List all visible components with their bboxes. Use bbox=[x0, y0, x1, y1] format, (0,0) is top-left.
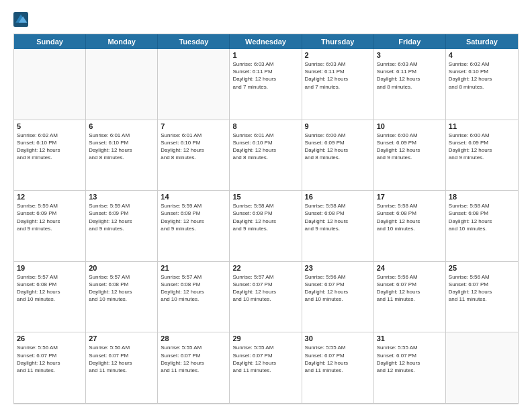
cell-date: 21 bbox=[161, 264, 226, 272]
cell-info: Sunrise: 5:55 AM Sunset: 6:07 PM Dayligh… bbox=[161, 344, 226, 374]
calendar-cell: 21Sunrise: 5:57 AM Sunset: 6:08 PM Dayli… bbox=[158, 262, 230, 333]
cell-info: Sunrise: 5:55 AM Sunset: 6:07 PM Dayligh… bbox=[377, 344, 443, 374]
calendar-cell: 2Sunrise: 6:03 AM Sunset: 6:11 PM Daylig… bbox=[302, 49, 374, 120]
cell-info: Sunrise: 5:58 AM Sunset: 6:08 PM Dayligh… bbox=[305, 202, 371, 232]
cell-info: Sunrise: 5:56 AM Sunset: 6:07 PM Dayligh… bbox=[377, 273, 443, 304]
calendar-grid: 1Sunrise: 6:03 AM Sunset: 6:11 PM Daylig… bbox=[14, 49, 518, 404]
cell-date: 6 bbox=[89, 122, 154, 130]
cell-date: 7 bbox=[161, 122, 226, 130]
cell-date: 24 bbox=[377, 264, 443, 272]
cell-date: 19 bbox=[17, 264, 83, 272]
cell-date: 31 bbox=[377, 334, 443, 342]
calendar-cell: 22Sunrise: 5:57 AM Sunset: 6:07 PM Dayli… bbox=[230, 262, 302, 333]
cell-info: Sunrise: 5:56 AM Sunset: 6:07 PM Dayligh… bbox=[89, 344, 154, 374]
calendar-cell: 4Sunrise: 6:02 AM Sunset: 6:10 PM Daylig… bbox=[446, 49, 518, 120]
cell-date: 22 bbox=[232, 264, 298, 272]
cell-info: Sunrise: 6:01 AM Sunset: 6:10 PM Dayligh… bbox=[232, 132, 298, 162]
cell-date: 29 bbox=[232, 334, 298, 342]
calendar-cell: 20Sunrise: 5:57 AM Sunset: 6:08 PM Dayli… bbox=[86, 262, 158, 333]
cell-date: 2 bbox=[305, 51, 371, 59]
calendar-cell: 7Sunrise: 6:01 AM Sunset: 6:10 PM Daylig… bbox=[158, 120, 230, 191]
cell-date: 15 bbox=[232, 193, 298, 201]
calendar-cell bbox=[14, 49, 86, 120]
calendar-cell bbox=[446, 332, 518, 404]
calendar-cell: 10Sunrise: 6:00 AM Sunset: 6:09 PM Dayli… bbox=[374, 120, 446, 191]
calendar-cell: 3Sunrise: 6:03 AM Sunset: 6:11 PM Daylig… bbox=[374, 49, 446, 120]
cell-date: 12 bbox=[17, 193, 83, 201]
cell-date: 16 bbox=[305, 193, 371, 201]
day-header-wednesday: Wednesday bbox=[230, 34, 302, 49]
cell-info: Sunrise: 6:03 AM Sunset: 6:11 PM Dayligh… bbox=[377, 60, 443, 91]
cell-info: Sunrise: 6:00 AM Sunset: 6:09 PM Dayligh… bbox=[305, 132, 371, 162]
cell-info: Sunrise: 5:59 AM Sunset: 6:09 PM Dayligh… bbox=[89, 202, 154, 232]
calendar-cell: 27Sunrise: 5:56 AM Sunset: 6:07 PM Dayli… bbox=[86, 332, 158, 404]
calendar-cell: 6Sunrise: 6:01 AM Sunset: 6:10 PM Daylig… bbox=[86, 120, 158, 191]
calendar-cell bbox=[158, 49, 230, 120]
cell-info: Sunrise: 5:56 AM Sunset: 6:07 PM Dayligh… bbox=[305, 273, 371, 304]
cell-info: Sunrise: 6:02 AM Sunset: 6:10 PM Dayligh… bbox=[449, 60, 515, 91]
cell-info: Sunrise: 5:56 AM Sunset: 6:07 PM Dayligh… bbox=[17, 344, 83, 374]
cell-info: Sunrise: 5:57 AM Sunset: 6:08 PM Dayligh… bbox=[17, 273, 83, 304]
cell-date: 5 bbox=[17, 122, 83, 130]
cell-info: Sunrise: 6:00 AM Sunset: 6:09 PM Dayligh… bbox=[449, 132, 515, 162]
cell-info: Sunrise: 5:58 AM Sunset: 6:08 PM Dayligh… bbox=[232, 202, 298, 232]
day-header-thursday: Thursday bbox=[302, 34, 374, 49]
cell-date: 8 bbox=[232, 122, 298, 130]
cell-info: Sunrise: 5:57 AM Sunset: 6:08 PM Dayligh… bbox=[89, 273, 154, 304]
cell-date: 13 bbox=[89, 193, 154, 201]
cell-info: Sunrise: 5:58 AM Sunset: 6:08 PM Dayligh… bbox=[449, 202, 515, 232]
calendar-cell: 18Sunrise: 5:58 AM Sunset: 6:08 PM Dayli… bbox=[446, 191, 518, 262]
calendar-cell: 23Sunrise: 5:56 AM Sunset: 6:07 PM Dayli… bbox=[302, 262, 374, 333]
cell-date: 30 bbox=[305, 334, 371, 342]
cell-date: 3 bbox=[377, 51, 443, 59]
cell-date: 1 bbox=[232, 51, 298, 59]
cell-info: Sunrise: 5:59 AM Sunset: 6:09 PM Dayligh… bbox=[17, 202, 83, 232]
calendar-cell: 31Sunrise: 5:55 AM Sunset: 6:07 PM Dayli… bbox=[374, 332, 446, 404]
calendar-cell: 30Sunrise: 5:55 AM Sunset: 6:07 PM Dayli… bbox=[302, 332, 374, 404]
cell-date: 25 bbox=[449, 264, 515, 272]
day-header-tuesday: Tuesday bbox=[158, 34, 230, 49]
calendar-cell: 29Sunrise: 5:55 AM Sunset: 6:07 PM Dayli… bbox=[230, 332, 302, 404]
calendar-cell: 16Sunrise: 5:58 AM Sunset: 6:08 PM Dayli… bbox=[302, 191, 374, 262]
logo-icon bbox=[13, 12, 28, 27]
calendar-cell: 25Sunrise: 5:56 AM Sunset: 6:07 PM Dayli… bbox=[446, 262, 518, 333]
calendar-cell: 14Sunrise: 5:59 AM Sunset: 6:08 PM Dayli… bbox=[158, 191, 230, 262]
cell-info: Sunrise: 5:57 AM Sunset: 6:07 PM Dayligh… bbox=[232, 273, 298, 304]
cell-info: Sunrise: 5:59 AM Sunset: 6:08 PM Dayligh… bbox=[161, 202, 226, 232]
day-header-friday: Friday bbox=[374, 34, 446, 49]
calendar-cell: 15Sunrise: 5:58 AM Sunset: 6:08 PM Dayli… bbox=[230, 191, 302, 262]
calendar-cell: 1Sunrise: 6:03 AM Sunset: 6:11 PM Daylig… bbox=[230, 49, 302, 120]
day-header-sunday: Sunday bbox=[14, 34, 86, 49]
day-header-saturday: Saturday bbox=[446, 34, 518, 49]
cell-info: Sunrise: 6:01 AM Sunset: 6:10 PM Dayligh… bbox=[89, 132, 154, 162]
cell-info: Sunrise: 6:00 AM Sunset: 6:09 PM Dayligh… bbox=[377, 132, 443, 162]
day-headers: SundayMondayTuesdayWednesdayThursdayFrid… bbox=[14, 34, 518, 49]
cell-date: 23 bbox=[305, 264, 371, 272]
cell-info: Sunrise: 6:03 AM Sunset: 6:11 PM Dayligh… bbox=[232, 60, 298, 91]
cell-date: 17 bbox=[377, 193, 443, 201]
cell-date: 20 bbox=[89, 264, 154, 272]
cell-date: 9 bbox=[305, 122, 371, 130]
calendar-cell: 9Sunrise: 6:00 AM Sunset: 6:09 PM Daylig… bbox=[302, 120, 374, 191]
cell-date: 18 bbox=[449, 193, 515, 201]
calendar-cell: 19Sunrise: 5:57 AM Sunset: 6:08 PM Dayli… bbox=[14, 262, 86, 333]
cell-info: Sunrise: 5:55 AM Sunset: 6:07 PM Dayligh… bbox=[305, 344, 371, 374]
cell-info: Sunrise: 5:58 AM Sunset: 6:08 PM Dayligh… bbox=[377, 202, 443, 232]
calendar-cell: 13Sunrise: 5:59 AM Sunset: 6:09 PM Dayli… bbox=[86, 191, 158, 262]
cell-info: Sunrise: 5:56 AM Sunset: 6:07 PM Dayligh… bbox=[449, 273, 515, 304]
calendar-cell: 12Sunrise: 5:59 AM Sunset: 6:09 PM Dayli… bbox=[14, 191, 86, 262]
calendar-cell: 17Sunrise: 5:58 AM Sunset: 6:08 PM Dayli… bbox=[374, 191, 446, 262]
cell-info: Sunrise: 5:57 AM Sunset: 6:08 PM Dayligh… bbox=[161, 273, 226, 304]
calendar-cell: 28Sunrise: 5:55 AM Sunset: 6:07 PM Dayli… bbox=[158, 332, 230, 404]
cell-info: Sunrise: 6:02 AM Sunset: 6:10 PM Dayligh… bbox=[17, 132, 83, 162]
calendar-cell: 5Sunrise: 6:02 AM Sunset: 6:10 PM Daylig… bbox=[14, 120, 86, 191]
calendar-cell: 8Sunrise: 6:01 AM Sunset: 6:10 PM Daylig… bbox=[230, 120, 302, 191]
calendar: SundayMondayTuesdayWednesdayThursdayFrid… bbox=[13, 34, 519, 404]
cell-info: Sunrise: 5:55 AM Sunset: 6:07 PM Dayligh… bbox=[232, 344, 298, 374]
logo bbox=[13, 12, 31, 27]
day-header-monday: Monday bbox=[86, 34, 158, 49]
cell-date: 4 bbox=[449, 51, 515, 59]
cell-date: 14 bbox=[161, 193, 226, 201]
calendar-cell: 26Sunrise: 5:56 AM Sunset: 6:07 PM Dayli… bbox=[14, 332, 86, 404]
calendar-cell: 11Sunrise: 6:00 AM Sunset: 6:09 PM Dayli… bbox=[446, 120, 518, 191]
